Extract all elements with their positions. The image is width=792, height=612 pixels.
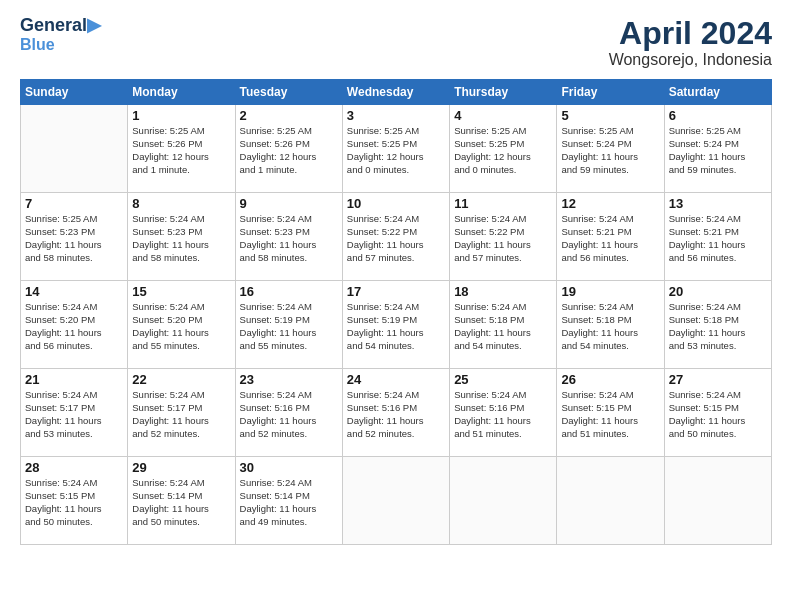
calendar-cell: 4Sunrise: 5:25 AM Sunset: 5:25 PM Daylig… [450, 105, 557, 193]
calendar-cell: 14Sunrise: 5:24 AM Sunset: 5:20 PM Dayli… [21, 281, 128, 369]
day-number: 27 [669, 372, 767, 387]
header: General▶ Blue April 2024 Wongsorejo, Ind… [20, 16, 772, 69]
day-number: 10 [347, 196, 445, 211]
calendar-cell: 1Sunrise: 5:25 AM Sunset: 5:26 PM Daylig… [128, 105, 235, 193]
day-number: 5 [561, 108, 659, 123]
day-number: 1 [132, 108, 230, 123]
day-number: 16 [240, 284, 338, 299]
day-info: Sunrise: 5:24 AM Sunset: 5:23 PM Dayligh… [132, 213, 230, 264]
day-number: 7 [25, 196, 123, 211]
day-number: 30 [240, 460, 338, 475]
week-row-2: 7Sunrise: 5:25 AM Sunset: 5:23 PM Daylig… [21, 193, 772, 281]
day-number: 28 [25, 460, 123, 475]
week-row-3: 14Sunrise: 5:24 AM Sunset: 5:20 PM Dayli… [21, 281, 772, 369]
day-info: Sunrise: 5:24 AM Sunset: 5:18 PM Dayligh… [561, 301, 659, 352]
day-number: 19 [561, 284, 659, 299]
calendar-cell: 9Sunrise: 5:24 AM Sunset: 5:23 PM Daylig… [235, 193, 342, 281]
calendar-subtitle: Wongsorejo, Indonesia [609, 51, 772, 69]
calendar-cell: 6Sunrise: 5:25 AM Sunset: 5:24 PM Daylig… [664, 105, 771, 193]
page: General▶ Blue April 2024 Wongsorejo, Ind… [0, 0, 792, 612]
calendar-cell: 22Sunrise: 5:24 AM Sunset: 5:17 PM Dayli… [128, 369, 235, 457]
day-info: Sunrise: 5:24 AM Sunset: 5:21 PM Dayligh… [669, 213, 767, 264]
calendar-cell: 21Sunrise: 5:24 AM Sunset: 5:17 PM Dayli… [21, 369, 128, 457]
day-number: 11 [454, 196, 552, 211]
weekday-header-friday: Friday [557, 80, 664, 105]
day-info: Sunrise: 5:24 AM Sunset: 5:15 PM Dayligh… [669, 389, 767, 440]
calendar-cell: 26Sunrise: 5:24 AM Sunset: 5:15 PM Dayli… [557, 369, 664, 457]
day-info: Sunrise: 5:24 AM Sunset: 5:15 PM Dayligh… [25, 477, 123, 528]
day-info: Sunrise: 5:24 AM Sunset: 5:21 PM Dayligh… [561, 213, 659, 264]
calendar-cell: 24Sunrise: 5:24 AM Sunset: 5:16 PM Dayli… [342, 369, 449, 457]
week-row-1: 1Sunrise: 5:25 AM Sunset: 5:26 PM Daylig… [21, 105, 772, 193]
calendar-cell: 28Sunrise: 5:24 AM Sunset: 5:15 PM Dayli… [21, 457, 128, 545]
day-number: 4 [454, 108, 552, 123]
day-info: Sunrise: 5:24 AM Sunset: 5:14 PM Dayligh… [240, 477, 338, 528]
calendar-cell: 12Sunrise: 5:24 AM Sunset: 5:21 PM Dayli… [557, 193, 664, 281]
calendar-cell: 20Sunrise: 5:24 AM Sunset: 5:18 PM Dayli… [664, 281, 771, 369]
day-number: 9 [240, 196, 338, 211]
logo-text: General▶ [20, 16, 101, 36]
day-info: Sunrise: 5:24 AM Sunset: 5:22 PM Dayligh… [347, 213, 445, 264]
weekday-header-monday: Monday [128, 80, 235, 105]
calendar-cell: 10Sunrise: 5:24 AM Sunset: 5:22 PM Dayli… [342, 193, 449, 281]
day-info: Sunrise: 5:25 AM Sunset: 5:26 PM Dayligh… [132, 125, 230, 176]
day-info: Sunrise: 5:24 AM Sunset: 5:17 PM Dayligh… [132, 389, 230, 440]
calendar-title: April 2024 [609, 16, 772, 51]
day-number: 24 [347, 372, 445, 387]
calendar-cell: 27Sunrise: 5:24 AM Sunset: 5:15 PM Dayli… [664, 369, 771, 457]
day-info: Sunrise: 5:24 AM Sunset: 5:18 PM Dayligh… [669, 301, 767, 352]
day-info: Sunrise: 5:24 AM Sunset: 5:16 PM Dayligh… [347, 389, 445, 440]
weekday-header-tuesday: Tuesday [235, 80, 342, 105]
day-number: 18 [454, 284, 552, 299]
day-info: Sunrise: 5:24 AM Sunset: 5:16 PM Dayligh… [240, 389, 338, 440]
day-info: Sunrise: 5:24 AM Sunset: 5:15 PM Dayligh… [561, 389, 659, 440]
calendar-cell: 3Sunrise: 5:25 AM Sunset: 5:25 PM Daylig… [342, 105, 449, 193]
calendar-cell: 11Sunrise: 5:24 AM Sunset: 5:22 PM Dayli… [450, 193, 557, 281]
calendar-cell: 25Sunrise: 5:24 AM Sunset: 5:16 PM Dayli… [450, 369, 557, 457]
day-info: Sunrise: 5:24 AM Sunset: 5:20 PM Dayligh… [132, 301, 230, 352]
day-info: Sunrise: 5:25 AM Sunset: 5:26 PM Dayligh… [240, 125, 338, 176]
day-number: 3 [347, 108, 445, 123]
day-number: 22 [132, 372, 230, 387]
day-info: Sunrise: 5:25 AM Sunset: 5:24 PM Dayligh… [561, 125, 659, 176]
calendar-cell: 23Sunrise: 5:24 AM Sunset: 5:16 PM Dayli… [235, 369, 342, 457]
day-info: Sunrise: 5:24 AM Sunset: 5:22 PM Dayligh… [454, 213, 552, 264]
calendar-cell: 29Sunrise: 5:24 AM Sunset: 5:14 PM Dayli… [128, 457, 235, 545]
day-number: 14 [25, 284, 123, 299]
title-block: April 2024 Wongsorejo, Indonesia [609, 16, 772, 69]
day-number: 23 [240, 372, 338, 387]
calendar-cell: 13Sunrise: 5:24 AM Sunset: 5:21 PM Dayli… [664, 193, 771, 281]
day-info: Sunrise: 5:24 AM Sunset: 5:17 PM Dayligh… [25, 389, 123, 440]
day-number: 6 [669, 108, 767, 123]
day-number: 8 [132, 196, 230, 211]
logo: General▶ Blue [20, 16, 101, 53]
calendar-cell [342, 457, 449, 545]
calendar-cell: 19Sunrise: 5:24 AM Sunset: 5:18 PM Dayli… [557, 281, 664, 369]
day-number: 26 [561, 372, 659, 387]
day-info: Sunrise: 5:24 AM Sunset: 5:19 PM Dayligh… [347, 301, 445, 352]
weekday-header-wednesday: Wednesday [342, 80, 449, 105]
day-number: 12 [561, 196, 659, 211]
calendar-table: SundayMondayTuesdayWednesdayThursdayFrid… [20, 79, 772, 545]
day-info: Sunrise: 5:25 AM Sunset: 5:24 PM Dayligh… [669, 125, 767, 176]
day-info: Sunrise: 5:24 AM Sunset: 5:18 PM Dayligh… [454, 301, 552, 352]
day-number: 15 [132, 284, 230, 299]
day-info: Sunrise: 5:24 AM Sunset: 5:14 PM Dayligh… [132, 477, 230, 528]
day-info: Sunrise: 5:24 AM Sunset: 5:19 PM Dayligh… [240, 301, 338, 352]
calendar-cell: 17Sunrise: 5:24 AM Sunset: 5:19 PM Dayli… [342, 281, 449, 369]
day-info: Sunrise: 5:25 AM Sunset: 5:25 PM Dayligh… [454, 125, 552, 176]
day-info: Sunrise: 5:24 AM Sunset: 5:23 PM Dayligh… [240, 213, 338, 264]
weekday-header-saturday: Saturday [664, 80, 771, 105]
calendar-cell: 7Sunrise: 5:25 AM Sunset: 5:23 PM Daylig… [21, 193, 128, 281]
calendar-cell: 16Sunrise: 5:24 AM Sunset: 5:19 PM Dayli… [235, 281, 342, 369]
weekday-header-row: SundayMondayTuesdayWednesdayThursdayFrid… [21, 80, 772, 105]
calendar-cell: 30Sunrise: 5:24 AM Sunset: 5:14 PM Dayli… [235, 457, 342, 545]
day-number: 29 [132, 460, 230, 475]
calendar-cell [450, 457, 557, 545]
day-info: Sunrise: 5:24 AM Sunset: 5:20 PM Dayligh… [25, 301, 123, 352]
week-row-5: 28Sunrise: 5:24 AM Sunset: 5:15 PM Dayli… [21, 457, 772, 545]
calendar-cell: 2Sunrise: 5:25 AM Sunset: 5:26 PM Daylig… [235, 105, 342, 193]
day-info: Sunrise: 5:24 AM Sunset: 5:16 PM Dayligh… [454, 389, 552, 440]
calendar-cell: 18Sunrise: 5:24 AM Sunset: 5:18 PM Dayli… [450, 281, 557, 369]
weekday-header-sunday: Sunday [21, 80, 128, 105]
